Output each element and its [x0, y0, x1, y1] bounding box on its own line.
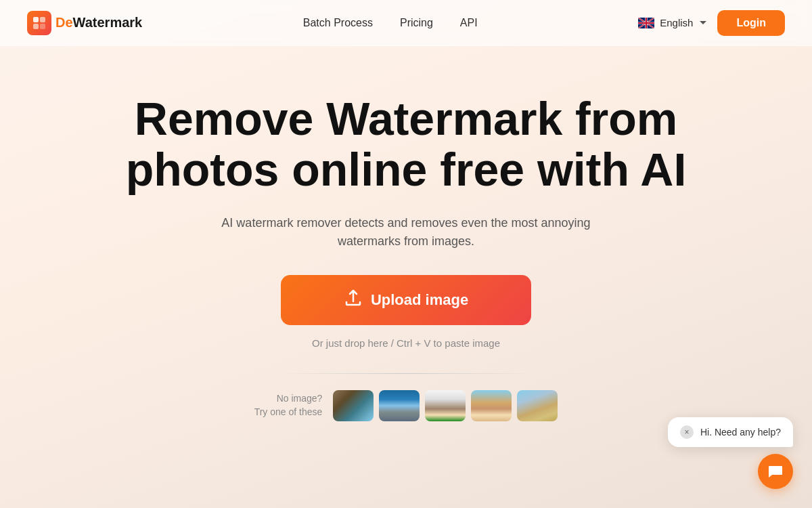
svg-rect-1 — [40, 17, 45, 22]
language-label: English — [660, 17, 693, 28]
nav-right: English Login — [638, 10, 785, 36]
chat-open-button[interactable] — [758, 454, 793, 489]
drop-hint: Or just drop here / Ctrl + V to paste im… — [312, 337, 500, 349]
samples-row: No image? Try one of these — [254, 390, 558, 421]
upload-icon — [344, 289, 363, 312]
upload-button[interactable]: Upload image — [281, 275, 531, 325]
sample-thumb-4[interactable] — [471, 390, 512, 421]
nav-links: Batch Process Pricing API — [303, 17, 478, 29]
chevron-down-icon — [700, 21, 706, 24]
nav-item-pricing[interactable]: Pricing — [400, 17, 433, 29]
logo[interactable]: DeWatermark — [27, 11, 142, 35]
chat-close-button[interactable]: × — [680, 425, 694, 439]
login-button[interactable]: Login — [717, 10, 785, 36]
language-selector[interactable]: English — [638, 17, 706, 28]
nav-link-api[interactable]: API — [460, 17, 478, 28]
hero-section: Remove Watermark from photos online free… — [0, 46, 812, 421]
sample-thumb-2[interactable] — [379, 390, 420, 421]
svg-rect-0 — [33, 17, 39, 22]
hero-subtitle: AI watermark remover detects and removes… — [196, 214, 616, 251]
sample-thumb-3[interactable] — [425, 390, 466, 421]
nav-link-batch[interactable]: Batch Process — [303, 17, 373, 28]
divider — [277, 373, 535, 374]
navbar: DeWatermark Batch Process Pricing API — [0, 0, 812, 46]
sample-thumb-5[interactable] — [517, 390, 558, 421]
hero-title: Remove Watermark from photos online free… — [102, 93, 710, 195]
chat-widget: × Hi. Need any help? — [668, 417, 793, 489]
nav-item-api[interactable]: API — [460, 17, 478, 29]
chat-greeting: Hi. Need any help? — [700, 427, 781, 438]
sample-thumb-1[interactable] — [333, 390, 374, 421]
chat-icon — [767, 463, 784, 480]
upload-label: Upload image — [371, 291, 468, 309]
nav-item-batch[interactable]: Batch Process — [303, 17, 373, 29]
no-image-text: No image? — [254, 392, 323, 406]
flag-icon — [638, 18, 654, 28]
samples-label: No image? Try one of these — [254, 392, 323, 419]
chat-bubble: × Hi. Need any help? — [668, 417, 793, 447]
svg-rect-3 — [40, 24, 45, 29]
svg-rect-2 — [33, 24, 39, 29]
logo-text: DeWatermark — [55, 15, 142, 30]
try-these-text: Try one of these — [254, 406, 323, 419]
sample-thumbnails — [333, 390, 558, 421]
nav-link-pricing[interactable]: Pricing — [400, 17, 433, 28]
logo-icon — [27, 11, 51, 35]
